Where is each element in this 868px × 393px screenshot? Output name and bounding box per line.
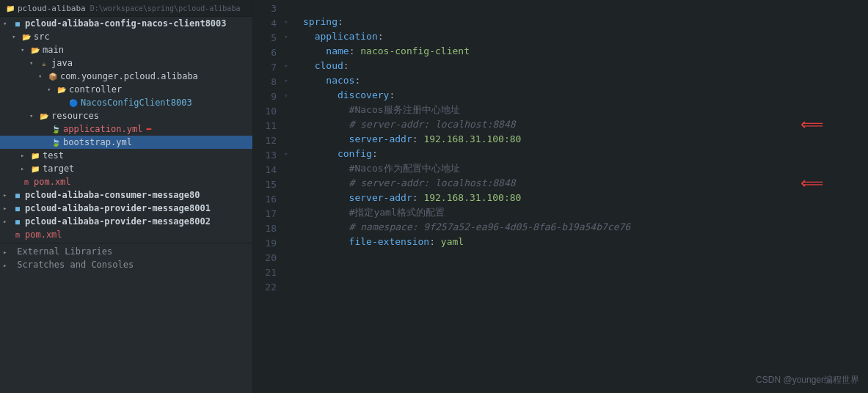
project-title: pcloud-alibaba [18, 4, 86, 13]
pom-xml-root[interactable]: m pom.xml [0, 228, 252, 241]
res-icon: 📂 [38, 110, 50, 122]
controller-folder[interactable]: 📂 controller [0, 83, 252, 96]
code-editor: 3 4 5 6 7 8 9 10 11 12 13 14 15 16 17 18… [253, 0, 868, 393]
code-line-20 [303, 249, 868, 264]
code-line-10: #Nacos服务注册中心地址 [303, 103, 868, 117]
main-label: main [43, 45, 64, 55]
project-path: D:\workspace\spring\pcloud-alibaba [90, 4, 241, 12]
code-line-12: server-addr: 192.168.31.100:80 [303, 132, 868, 147]
code-line-19: file-extension: yaml [303, 235, 868, 249]
target-label: target [43, 164, 74, 174]
ln-11: 11 [253, 119, 277, 133]
ln-12: 12 [253, 133, 277, 148]
module-provider8002[interactable]: ■ pcloud-alibaba-provider-message8002 [0, 215, 252, 228]
java-icon: ☕ [38, 57, 50, 69]
bootyml-label: bootstrap.yml [63, 137, 132, 147]
main-icon: 📂 [29, 44, 41, 56]
arrow-res [29, 112, 38, 120]
ln-9: 9 [253, 89, 277, 104]
line-numbers: 3 4 5 6 7 8 9 10 11 12 13 14 15 16 17 18… [253, 0, 282, 393]
p8001-icon: ■ [12, 202, 23, 214]
pkg-folder[interactable]: 📦 com.younger.pcloud.alibaba [0, 70, 252, 83]
code-line-6: name: nacos-config-client [303, 44, 868, 59]
arrow-scratches [3, 262, 12, 269]
arrow-ext [3, 249, 12, 256]
ln-22: 22 [253, 280, 277, 295]
ln-8: 8 [253, 75, 277, 89]
ln-10: 10 [253, 104, 277, 119]
ln-19: 19 [253, 236, 277, 251]
target-folder[interactable]: 📁 target [0, 162, 252, 175]
module-provider8001[interactable]: ■ pcloud-alibaba-provider-message8001 [0, 202, 252, 215]
test-icon: 📁 [29, 150, 41, 161]
editor-gutter: ▿ ▿ ▿ ▿ ▿ ▿ [282, 0, 297, 393]
ln-5: 5 [253, 31, 277, 45]
code-line-13: config: [303, 147, 868, 161]
code-line-8: nacos: [303, 73, 868, 88]
red-arrow-15: ⟸ [800, 176, 824, 191]
arrow-java [29, 59, 38, 67]
src-icon: 📂 [21, 31, 32, 43]
consumer-icon: ■ [12, 189, 23, 201]
consumer-label: pcloud-alibaba-consumer-message80 [25, 190, 200, 200]
arrow-ctrl [47, 86, 56, 93]
project-root-header[interactable]: 📁 pcloud-alibaba D:\workspace\spring\pcl… [0, 0, 252, 17]
bootstrap-yml-file[interactable]: 🍃 bootstrap.yml [0, 136, 252, 149]
ln-17: 17 [253, 207, 277, 221]
pkg-icon: 📦 [47, 70, 59, 82]
code-line-3 [303, 0, 868, 15]
arrow-p8001 [3, 205, 12, 212]
code-line-17: #指定yaml格式的配置 [303, 205, 868, 220]
code-line-11: # server-addr: localhost:8848 ⟸ [303, 117, 868, 132]
res-label: resources [51, 111, 99, 121]
arrow-consumer [3, 191, 12, 199]
arrow-p8002 [3, 218, 12, 225]
code-line-21 [303, 264, 868, 279]
code-line-22 [303, 279, 868, 293]
ln-16: 16 [253, 192, 277, 207]
code-line-4: spring: [303, 15, 868, 29]
appyml-arrow: ⬅ [145, 123, 151, 135]
pom-icon-1: m [21, 176, 32, 188]
nacos-client-file[interactable]: 🔵 NacosConfigClient8003 [0, 96, 252, 109]
module-consumer[interactable]: ■ pcloud-alibaba-consumer-message80 [0, 188, 252, 202]
scratches-consoles[interactable]: Scratches and Consoles [0, 258, 252, 271]
pom-xml-1[interactable]: m pom.xml [0, 175, 252, 188]
pom-root-icon: m [12, 229, 23, 240]
module1-label: pcloud-alibaba-config-nacos-client8003 [25, 18, 227, 29]
ln-18: 18 [253, 221, 277, 236]
java-folder[interactable]: ☕ java [0, 56, 252, 70]
code-line-16: server-addr: 192.168.31.100:80 [303, 191, 868, 205]
main-folder[interactable]: 📂 main [0, 43, 252, 56]
arrow-target [21, 165, 29, 172]
test-folder[interactable]: 📁 test [0, 149, 252, 162]
ln-3: 3 [253, 1, 277, 16]
ln-7: 7 [253, 60, 277, 75]
ctrl-label: controller [69, 84, 122, 95]
ext-label: External Libraries [17, 246, 112, 257]
code-line-5: application: [303, 29, 868, 44]
ln-4: 4 [253, 16, 277, 31]
pkg-label: com.younger.pcloud.alibaba [60, 71, 198, 81]
appyml-label: application.yml [63, 124, 142, 134]
p8002-label: pcloud-alibaba-provider-message8002 [25, 216, 211, 227]
arrow-module1 [3, 20, 12, 27]
ln-6: 6 [253, 45, 277, 60]
code-line-9: discovery: [303, 88, 868, 103]
project-sidebar: 📁 pcloud-alibaba D:\workspace\spring\pcl… [0, 0, 253, 393]
src-folder[interactable]: 📂 src [0, 30, 252, 43]
p8001-label: pcloud-alibaba-provider-message8001 [25, 203, 211, 213]
red-arrow-11: ⟸ [800, 117, 824, 132]
watermark: CSDN @younger编程世界 [756, 372, 859, 387]
external-libraries[interactable]: External Libraries [0, 245, 252, 258]
code-content[interactable]: spring: application: name: nacos-config-… [297, 0, 868, 393]
ln-20: 20 [253, 251, 277, 265]
java-file-icon: 🔵 [68, 97, 79, 109]
resources-folder[interactable]: 📂 resources [0, 109, 252, 122]
src-label: src [34, 32, 50, 42]
arrow-pkg [38, 73, 47, 80]
application-yml-file[interactable]: 🍃 application.yml ⬅ [0, 122, 252, 136]
target-icon: 📁 [29, 163, 41, 175]
ln-15: 15 [253, 177, 277, 192]
module-1[interactable]: ■ pcloud-alibaba-config-nacos-client8003 [0, 17, 252, 30]
